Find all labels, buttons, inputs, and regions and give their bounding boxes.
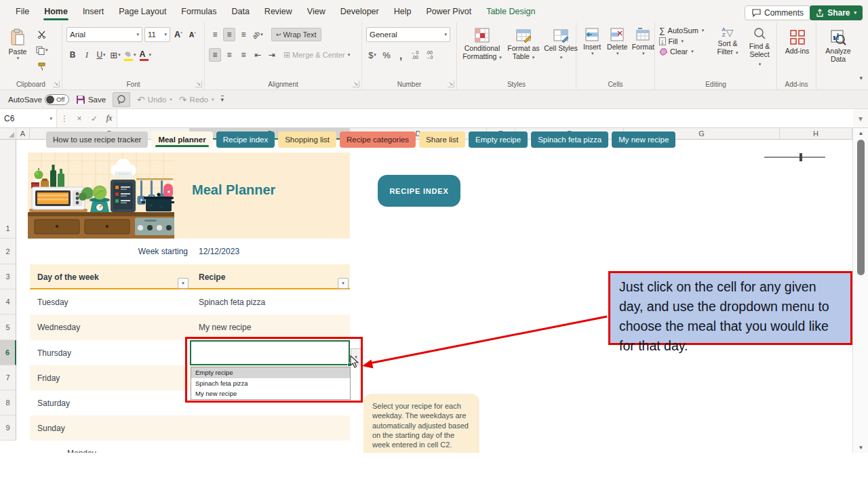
italic-button[interactable]: I: [81, 48, 93, 62]
comma-style-button[interactable]: ,: [395, 48, 407, 62]
sort-filter-button[interactable]: AZ▽ Sort & Filter ▾: [712, 25, 743, 58]
menu-help[interactable]: Help: [387, 0, 419, 22]
name-box[interactable]: C6▾: [0, 109, 57, 127]
day-cell-sunday[interactable]: Sunday: [37, 415, 65, 441]
recipe-cell-wednesday[interactable]: My new recipe: [199, 314, 251, 340]
autosave-toggle[interactable]: AutoSave Off: [8, 94, 69, 105]
column-header-a[interactable]: A: [16, 128, 30, 140]
menu-page-layout[interactable]: Page Layout: [111, 0, 174, 22]
tab-recipe-categories[interactable]: Recipe categories: [340, 131, 416, 148]
menu-insert[interactable]: Insert: [75, 0, 111, 22]
analyze-data-button[interactable]: Analyze Data: [821, 27, 856, 66]
name-box-options-icon[interactable]: ⋮: [57, 114, 72, 123]
percent-style-button[interactable]: %: [380, 48, 393, 62]
collapse-ribbon-icon[interactable]: ▾: [859, 75, 863, 81]
menu-home[interactable]: Home: [37, 0, 75, 22]
align-right-button[interactable]: ≡: [237, 48, 250, 62]
day-cell-wednesday[interactable]: Wednesday: [37, 314, 80, 340]
insert-function-icon[interactable]: fx: [102, 113, 117, 123]
row-header-7[interactable]: 7: [0, 365, 16, 390]
align-center-button[interactable]: ≡: [223, 48, 235, 62]
conditional-formatting-button[interactable]: Conditional Formatting ▾: [461, 26, 503, 79]
align-left-button[interactable]: ≡: [209, 48, 221, 62]
fill-color-button[interactable]: ▾: [123, 48, 137, 62]
font-color-button[interactable]: A▾: [139, 48, 153, 62]
fill-button[interactable]: ↓Fill▾: [659, 37, 704, 45]
save-button[interactable]: Save: [76, 95, 106, 104]
share-button[interactable]: Share ▾: [810, 5, 863, 20]
row-header-9[interactable]: 9: [0, 415, 16, 441]
increase-indent-button[interactable]: ⇥: [266, 48, 278, 62]
autosave-switch[interactable]: Off: [45, 94, 69, 105]
menu-file[interactable]: File: [8, 0, 37, 22]
tab-spinach-feta-pizza[interactable]: Spinach feta pizza: [531, 131, 608, 148]
font-dialog-launcher[interactable]: ↘: [195, 81, 202, 87]
tab-meal-planner[interactable]: Meal planner: [151, 131, 212, 148]
menu-formulas[interactable]: Formulas: [174, 0, 224, 22]
number-dialog-launcher[interactable]: ↘: [448, 81, 454, 87]
zoom-slider-thumb[interactable]: [800, 153, 802, 161]
format-cells-button[interactable]: Format ▾: [631, 26, 655, 79]
cancel-entry-icon[interactable]: ×: [72, 114, 87, 123]
row-header-1[interactable]: 1: [0, 140, 16, 239]
cut-button[interactable]: [35, 27, 49, 41]
confirm-entry-icon[interactable]: ✓: [87, 114, 102, 123]
menu-developer[interactable]: Developer: [333, 0, 387, 22]
insert-cells-button[interactable]: Insert ▾: [580, 26, 604, 79]
alignment-dialog-launcher[interactable]: ↘: [353, 81, 359, 87]
day-cell-thursday[interactable]: Thursday: [37, 340, 71, 365]
day-cell-monday[interactable]: Monday: [67, 441, 96, 453]
align-middle-button[interactable]: ≡: [223, 28, 235, 41]
row-header-4[interactable]: 4: [0, 289, 16, 314]
vertical-scroll-thumb[interactable]: [857, 140, 865, 275]
decrease-decimal-button[interactable]: .00→0: [423, 48, 435, 62]
tab-recipe-index[interactable]: Recipe index: [216, 131, 275, 148]
week-starting-value[interactable]: 12/12/2023: [199, 239, 239, 264]
align-bottom-button[interactable]: ≡: [237, 28, 250, 41]
borders-button[interactable]: ⊞▾: [109, 48, 121, 62]
merge-center-button[interactable]: ⊞ Merge & Center ▾: [280, 48, 353, 62]
delete-cells-button[interactable]: Delete ▾: [605, 26, 629, 79]
wrap-text-button[interactable]: ↩ Wrap Text: [271, 28, 321, 41]
paste-button[interactable]: Paste ▾: [4, 26, 31, 63]
menu-view[interactable]: View: [300, 0, 333, 22]
column-header-h[interactable]: H: [780, 128, 852, 140]
formula-input[interactable]: [117, 109, 853, 127]
redo-button[interactable]: ↷Redo▾: [179, 94, 214, 105]
vertical-scrollbar[interactable]: ▲ ▼: [852, 128, 868, 453]
number-format-select[interactable]: General▾: [366, 27, 450, 42]
formula-bar-expand-icon[interactable]: ▾: [853, 114, 868, 123]
orientation-button[interactable]: ab▾: [252, 28, 264, 41]
menu-table-design[interactable]: Table Design: [479, 0, 542, 22]
decrease-indent-button[interactable]: ⇤: [252, 48, 264, 62]
scroll-up-icon[interactable]: ▲: [853, 130, 868, 136]
row-header-5[interactable]: 5: [0, 314, 16, 340]
row-header-8[interactable]: 8: [0, 390, 16, 415]
day-filter-button[interactable]: ▾: [178, 278, 189, 289]
font-size-select[interactable]: 11▾: [144, 27, 170, 42]
copy-button[interactable]: ▾: [35, 43, 49, 57]
clear-button[interactable]: Clear▾: [659, 47, 704, 56]
tab-how-to-use-recipe-tracker[interactable]: How to use recipe tracker: [46, 131, 148, 148]
recipe-filter-button[interactable]: ▾: [338, 278, 349, 289]
clipboard-dialog-launcher[interactable]: ↘: [53, 81, 60, 87]
tab-shopping-list[interactable]: Shopping list: [278, 131, 336, 148]
format-as-table-button[interactable]: Format as Table ▾: [505, 26, 542, 79]
comments-button[interactable]: Comments: [745, 5, 811, 20]
cell-styles-button[interactable]: Cell Styles ▾: [544, 26, 578, 79]
menu-review[interactable]: Review: [257, 0, 300, 22]
menu-data[interactable]: Data: [224, 0, 256, 22]
increase-font-button[interactable]: Aˆ: [172, 28, 184, 41]
font-name-select[interactable]: Arial▾: [66, 27, 142, 42]
scroll-down-icon[interactable]: ▼: [853, 445, 868, 451]
menu-power-pivot[interactable]: Power Pivot: [418, 0, 479, 22]
autosum-button[interactable]: ∑AutoSum▾: [659, 26, 704, 35]
lasso-select-button[interactable]: [113, 92, 130, 107]
addins-button[interactable]: Add-ins: [781, 27, 813, 57]
align-top-button[interactable]: ≡: [209, 28, 221, 41]
undo-button[interactable]: ↶Undo▾: [137, 94, 172, 105]
tab-empty-recipe[interactable]: Empty recipe: [469, 131, 528, 148]
select-all-corner[interactable]: [0, 128, 16, 140]
tab-share-list[interactable]: Share list: [419, 131, 465, 148]
format-painter-button[interactable]: [35, 60, 49, 73]
